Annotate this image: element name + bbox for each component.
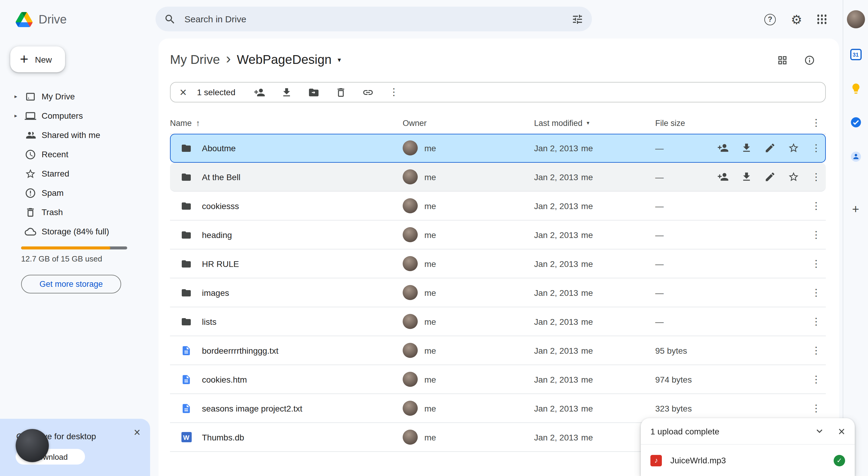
sidebar-item-label: Recent: [41, 150, 68, 159]
user-avatar[interactable]: [846, 10, 865, 28]
last-modified: Jan 2, 2013me: [534, 432, 655, 442]
get-more-storage-button[interactable]: Get more storage: [21, 275, 121, 293]
owner-name: me: [424, 143, 436, 153]
breadcrumb-current-folder[interactable]: WebPageDesign: [237, 53, 332, 67]
contacts-icon[interactable]: [849, 151, 862, 165]
uploaded-file-row[interactable]: ♪ JuiceWrld.mp3 ✓: [641, 445, 855, 476]
more-options-icon[interactable]: ⋮: [811, 375, 821, 384]
more-options-icon[interactable]: ⋮: [811, 172, 821, 182]
column-name[interactable]: Name ↑: [170, 118, 403, 128]
file-size: —: [655, 221, 664, 249]
sidebar-item-recent[interactable]: Recent: [0, 145, 151, 164]
more-options-icon[interactable]: ⋮: [811, 259, 821, 268]
rename-icon[interactable]: [764, 171, 776, 183]
more-options-icon[interactable]: ⋮: [811, 403, 821, 413]
owner-avatar: [403, 314, 418, 329]
search-options-icon[interactable]: [571, 13, 584, 25]
download-icon[interactable]: [281, 87, 292, 98]
sidebar-item-computers[interactable]: ▸Computers: [0, 106, 151, 125]
close-icon[interactable]: ×: [838, 425, 845, 437]
folder-menu-caret-icon[interactable]: ▾: [338, 56, 341, 64]
help-icon[interactable]: ?: [764, 13, 776, 25]
search-input[interactable]: [183, 13, 571, 25]
expand-arrow-icon[interactable]: ▸: [14, 93, 24, 99]
download-icon[interactable]: [741, 171, 752, 183]
table-row[interactable]: bordeerrrrthinggg.txtmeJan 2, 2013me95 b…: [170, 336, 826, 365]
more-options-icon[interactable]: ⋮: [811, 317, 821, 326]
table-row[interactable]: At the BellmeJan 2, 2013me—⋮: [170, 163, 826, 192]
more-options-icon[interactable]: ⋮: [389, 87, 399, 97]
column-file-size[interactable]: File size: [655, 118, 826, 127]
owner-avatar: [403, 285, 418, 300]
file-size: —: [655, 134, 664, 162]
upload-toast: 1 upload complete × ♪ JuiceWrld.mp3 ✓: [641, 418, 855, 476]
sidebar-item-storage-84-full[interactable]: Storage (84% full): [0, 222, 151, 241]
calendar-icon[interactable]: 31: [850, 49, 861, 60]
last-modified: Jan 2, 2013me: [534, 143, 655, 153]
table-row[interactable]: imagesmeJan 2, 2013me—⋮: [170, 278, 826, 307]
settings-gear-icon[interactable]: ⚙: [791, 13, 802, 26]
table-row[interactable]: AboutmemeJan 2, 2013me—⋮: [170, 134, 826, 163]
owner-name: me: [424, 432, 436, 442]
keep-icon[interactable]: [849, 83, 862, 97]
tasks-icon[interactable]: [849, 116, 862, 131]
more-options-icon[interactable]: ⋮: [811, 346, 821, 355]
person-add-icon[interactable]: [253, 87, 265, 98]
trash-icon: [24, 206, 36, 218]
star-icon[interactable]: [788, 171, 799, 183]
add-apps-icon[interactable]: +: [852, 203, 859, 215]
table-row[interactable]: headingmeJan 2, 2013me—⋮: [170, 221, 826, 249]
search-bar[interactable]: [156, 7, 592, 31]
trash-icon[interactable]: [335, 87, 346, 98]
clear-selection-icon[interactable]: ×: [180, 86, 187, 98]
table-row[interactable]: listsmeJan 2, 2013me—⋮: [170, 307, 826, 336]
column-options-icon[interactable]: ⋮: [811, 118, 821, 128]
owner-name: me: [424, 172, 436, 182]
column-owner[interactable]: Owner: [403, 118, 534, 127]
breadcrumb-my-drive[interactable]: My Drive: [170, 53, 220, 67]
modified-by: me: [581, 143, 593, 153]
file-name: images: [202, 288, 229, 297]
table-row[interactable]: cookiesssmeJan 2, 2013me—⋮: [170, 192, 826, 221]
more-options-icon[interactable]: ⋮: [811, 230, 821, 240]
person-add-icon[interactable]: [717, 142, 729, 154]
drive-logo[interactable]: Drive: [0, 12, 67, 27]
sidebar: + New ▸My Drive▸ComputersShared with meR…: [0, 38, 158, 476]
sidebar-item-starred[interactable]: Starred: [0, 164, 151, 183]
sidebar-item-shared-with-me[interactable]: Shared with me: [0, 125, 151, 145]
storage-progress-fill: [21, 247, 110, 249]
expand-arrow-icon[interactable]: ▸: [14, 113, 24, 119]
last-modified: Jan 2, 2013me: [534, 259, 655, 268]
chevron-down-icon[interactable]: [814, 425, 826, 437]
column-last-modified[interactable]: Last modified ▾: [534, 118, 655, 127]
file-name: Thumbs.db: [202, 432, 244, 442]
apps-grid-icon[interactable]: [817, 15, 827, 24]
people-icon: [24, 129, 36, 141]
file-size: 95 bytes: [655, 336, 687, 364]
row-actions: ⋮: [811, 336, 821, 364]
move-to-folder-icon[interactable]: [308, 87, 319, 98]
person-add-icon[interactable]: [717, 171, 729, 183]
table-row[interactable]: HR RULEmeJan 2, 2013me—⋮: [170, 249, 826, 278]
owner-avatar: [403, 169, 418, 184]
drive-logo-icon: [16, 12, 33, 27]
star-icon[interactable]: [788, 142, 799, 154]
info-icon[interactable]: [804, 55, 815, 66]
modified-by: me: [581, 346, 593, 355]
new-button[interactable]: + New: [10, 46, 65, 72]
download-icon[interactable]: [741, 142, 752, 154]
table-row[interactable]: cookies.htmmeJan 2, 2013me974 bytes⋮: [170, 365, 826, 394]
more-options-icon[interactable]: ⋮: [811, 143, 821, 153]
rename-icon[interactable]: [764, 142, 776, 154]
close-icon[interactable]: ×: [134, 426, 141, 438]
sidebar-item-my-drive[interactable]: ▸My Drive: [0, 87, 151, 106]
more-options-icon[interactable]: ⋮: [811, 288, 821, 297]
link-icon[interactable]: [362, 87, 373, 98]
last-modified: Jan 2, 2013me: [534, 375, 655, 384]
sidebar-item-trash[interactable]: Trash: [0, 202, 151, 222]
grid-view-icon[interactable]: [777, 55, 788, 66]
sidebar-item-spam[interactable]: Spam: [0, 183, 151, 202]
audio-file-icon: ♪: [650, 455, 662, 466]
more-options-icon[interactable]: ⋮: [811, 201, 821, 211]
owner-avatar: [403, 227, 418, 242]
